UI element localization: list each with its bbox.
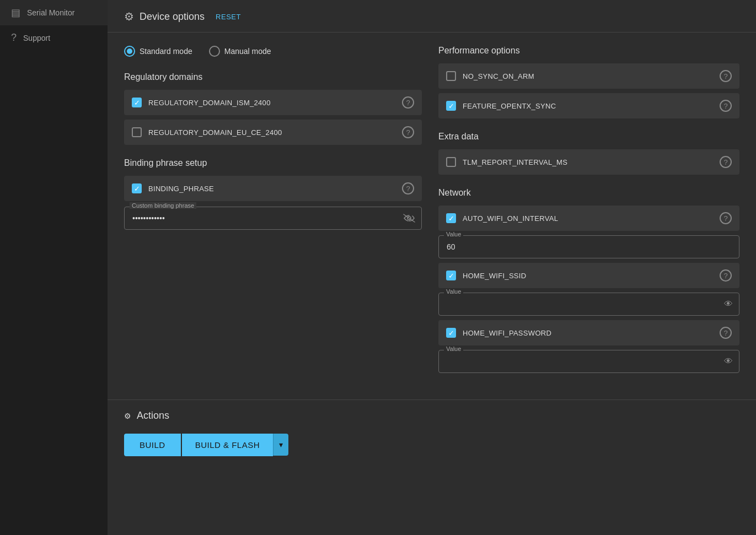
standard-mode-option[interactable]: Standard mode xyxy=(124,46,192,57)
home-wifi-ssid-label: HOME_WIFI_SSID xyxy=(463,272,526,280)
feature-opentx-sync-checkbox[interactable]: ✓ xyxy=(446,101,456,111)
reset-button[interactable]: RESET xyxy=(216,13,241,21)
build-button[interactable]: BUILD xyxy=(124,434,181,456)
build-flash-dropdown-button[interactable]: ▾ xyxy=(273,434,288,456)
sidebar-item-label: Support xyxy=(23,34,50,42)
home-wifi-password-eye-icon[interactable]: 👁 xyxy=(724,356,733,366)
manual-mode-radio[interactable] xyxy=(209,46,220,57)
actions-header: ⚙ Actions xyxy=(124,410,739,421)
auto-wifi-interval-checkbox[interactable]: ✓ xyxy=(446,213,456,223)
binding-phrase-left: ✓ BINDING_PHRASE xyxy=(132,183,214,193)
tlm-report-help[interactable]: ? xyxy=(720,156,732,168)
manual-mode-option[interactable]: Manual mode xyxy=(209,46,271,57)
build-and-flash-button[interactable]: BUILD & FLASH xyxy=(182,434,273,456)
serial-monitor-icon: ▤ xyxy=(11,7,20,19)
sidebar-item-serial-monitor[interactable]: ▤ Serial Monitor xyxy=(0,0,108,25)
sidebar-item-support[interactable]: ? Support xyxy=(0,25,108,50)
actions-buttons: BUILD BUILD & FLASH ▾ xyxy=(124,433,739,457)
regulatory-ism2400-row: ✓ REGULATORY_DOMAIN_ISM_2400 ? xyxy=(124,90,422,115)
home-wifi-ssid-value-wrap: Value 👁 xyxy=(438,293,739,316)
no-sync-on-arm-label: NO_SYNC_ON_ARM xyxy=(463,72,534,80)
regulatory-ism2400-left: ✓ REGULATORY_DOMAIN_ISM_2400 xyxy=(132,98,271,107)
regulatory-eu-ce-checkbox[interactable] xyxy=(132,127,142,137)
home-wifi-ssid-checkbox[interactable]: ✓ xyxy=(446,271,456,280)
performance-options-title: Performance options xyxy=(438,46,739,56)
auto-wifi-interval-left: ✓ AUTO_WIFI_ON_INTERVAL xyxy=(446,213,558,223)
tlm-report-checkbox[interactable] xyxy=(446,157,456,167)
tlm-report-left: TLM_REPORT_INTERVAL_MS xyxy=(446,157,567,167)
regulatory-ism2400-help[interactable]: ? xyxy=(402,96,414,109)
binding-phrase-checkbox[interactable]: ✓ xyxy=(132,183,142,193)
home-wifi-password-help[interactable]: ? xyxy=(720,327,732,339)
extra-data-section: Extra data TLM_REPORT_INTERVAL_MS ? xyxy=(438,132,739,175)
checkbox-mark: ✓ xyxy=(134,185,140,192)
sidebar: ▤ Serial Monitor ? Support xyxy=(0,0,108,535)
binding-phrase-label: BINDING_PHRASE xyxy=(148,185,214,193)
home-wifi-ssid-row: ✓ HOME_WIFI_SSID ? xyxy=(438,263,739,288)
no-sync-on-arm-help[interactable]: ? xyxy=(720,70,732,82)
sidebar-item-label: Serial Monitor xyxy=(27,8,74,17)
actions-section: ⚙ Actions BUILD BUILD & FLASH ▾ xyxy=(108,399,756,467)
home-wifi-password-value-input[interactable] xyxy=(438,350,739,373)
home-wifi-ssid-eye-icon[interactable]: 👁 xyxy=(724,299,733,309)
auto-wifi-interval-value-input[interactable] xyxy=(438,235,739,258)
standard-mode-label: Standard mode xyxy=(140,47,192,56)
regulatory-eu-ce-help[interactable]: ? xyxy=(402,126,414,138)
home-wifi-password-label: HOME_WIFI_PASSWORD xyxy=(463,329,551,337)
binding-phrase-input-label: Custom binding phrase xyxy=(130,202,196,209)
no-sync-on-arm-checkbox[interactable] xyxy=(446,71,456,81)
main-content: ⚙ Device options RESET Standard mode Man… xyxy=(108,0,756,535)
regulatory-eu-ce-row: REGULATORY_DOMAIN_EU_CE_2400 ? xyxy=(124,120,422,145)
left-panel: Standard mode Manual mode Regulatory dom… xyxy=(124,46,422,386)
binding-phrase-input-container: Custom binding phrase xyxy=(124,207,422,230)
actions-title: Actions xyxy=(137,410,169,421)
device-options-header: ⚙ Device options RESET xyxy=(108,0,756,33)
no-sync-on-arm-row: NO_SYNC_ON_ARM ? xyxy=(438,63,739,89)
network-section: Network ✓ AUTO_WIFI_ON_INTERVAL ? Value xyxy=(438,188,739,373)
network-title: Network xyxy=(438,188,739,198)
binding-phrase-eye-icon[interactable] xyxy=(403,214,415,223)
home-wifi-password-row: ✓ HOME_WIFI_PASSWORD ? xyxy=(438,320,739,345)
device-options-gear-icon: ⚙ xyxy=(124,10,134,23)
standard-mode-radio-inner xyxy=(127,48,132,54)
regulatory-ism2400-label: REGULATORY_DOMAIN_ISM_2400 xyxy=(148,99,271,107)
content-area: Standard mode Manual mode Regulatory dom… xyxy=(108,33,756,399)
checkbox-mark: ✓ xyxy=(448,272,454,279)
checkbox-mark: ✓ xyxy=(134,99,140,106)
manual-mode-label: Manual mode xyxy=(224,47,271,56)
no-sync-on-arm-left: NO_SYNC_ON_ARM xyxy=(446,71,534,81)
performance-options-section: Performance options NO_SYNC_ON_ARM ? ✓ F… xyxy=(438,46,739,118)
home-wifi-password-checkbox[interactable]: ✓ xyxy=(446,328,456,338)
mode-selection: Standard mode Manual mode xyxy=(124,46,422,57)
auto-wifi-interval-value-wrap: Value xyxy=(438,235,739,258)
device-options-title: Device options xyxy=(140,11,205,23)
binding-phrase-section: Binding phrase setup ✓ BINDING_PHRASE ? … xyxy=(124,158,422,230)
home-wifi-password-value-wrap: Value 👁 xyxy=(438,350,739,373)
home-wifi-ssid-value-label: Value xyxy=(444,288,463,295)
feature-opentx-sync-left: ✓ FEATURE_OPENTX_SYNC xyxy=(446,101,556,111)
binding-phrase-help[interactable]: ? xyxy=(402,182,414,194)
feature-opentx-sync-help[interactable]: ? xyxy=(720,100,732,112)
auto-wifi-interval-help[interactable]: ? xyxy=(720,212,732,224)
binding-phrase-input[interactable] xyxy=(124,207,422,230)
standard-mode-radio[interactable] xyxy=(124,46,135,57)
home-wifi-password-left: ✓ HOME_WIFI_PASSWORD xyxy=(446,328,551,338)
home-wifi-ssid-help[interactable]: ? xyxy=(720,269,732,282)
checkbox-mark: ✓ xyxy=(448,102,454,110)
extra-data-title: Extra data xyxy=(438,132,739,142)
tlm-report-row: TLM_REPORT_INTERVAL_MS ? xyxy=(438,149,739,175)
dropdown-chevron-icon: ▾ xyxy=(279,440,283,449)
checkbox-mark: ✓ xyxy=(448,215,454,222)
home-wifi-ssid-value-input[interactable] xyxy=(438,293,739,316)
binding-phrase-row: ✓ BINDING_PHRASE ? xyxy=(124,176,422,201)
regulatory-domains-title: Regulatory domains xyxy=(124,72,422,82)
regulatory-ism2400-checkbox[interactable]: ✓ xyxy=(132,98,142,107)
auto-wifi-interval-label: AUTO_WIFI_ON_INTERVAL xyxy=(463,214,558,223)
actions-gear-icon: ⚙ xyxy=(124,412,131,420)
regulatory-eu-ce-label: REGULATORY_DOMAIN_EU_CE_2400 xyxy=(148,128,282,137)
support-icon: ? xyxy=(11,32,17,44)
feature-opentx-sync-row: ✓ FEATURE_OPENTX_SYNC ? xyxy=(438,93,739,118)
regulatory-domains-section: Regulatory domains ✓ REGULATORY_DOMAIN_I… xyxy=(124,72,422,145)
regulatory-eu-ce-left: REGULATORY_DOMAIN_EU_CE_2400 xyxy=(132,127,282,137)
auto-wifi-interval-row: ✓ AUTO_WIFI_ON_INTERVAL ? xyxy=(438,206,739,231)
